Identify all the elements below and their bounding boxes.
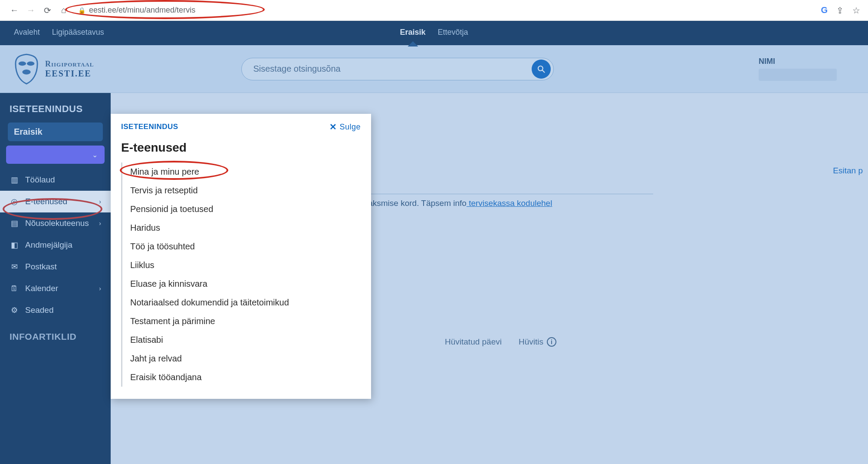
url-text: eesti.ee/et/minu/andmed/tervis <box>89 6 195 15</box>
link-esitan[interactable]: Esitan p <box>833 166 863 176</box>
sidebar-item-kalender[interactable]: 🗓 Kalender › <box>0 278 111 299</box>
user-label: NIMI <box>759 57 775 66</box>
flyout-item[interactable]: Pensionid ja toetused <box>122 200 361 219</box>
chevron-right-icon: › <box>99 198 101 205</box>
eservices-icon: ◎ <box>10 197 19 206</box>
flyout-item[interactable]: Eluase ja kinnisvara <box>122 275 361 293</box>
browser-toolbar: ← → ⟳ ⌂ 🔒 eesti.ee/et/minu/andmed/tervis… <box>0 0 868 21</box>
topnav-tab-eraisik[interactable]: Eraisik <box>400 28 425 39</box>
flyout-item[interactable]: Haridus <box>122 219 361 237</box>
coat-of-arms-icon <box>14 53 39 85</box>
col-hyvitatud: Hüvitatud päevi <box>445 337 502 347</box>
bookmark-icon[interactable]: ☆ <box>852 5 860 16</box>
sidebar-item-label: Kalender <box>25 284 58 293</box>
flyout-close[interactable]: ✕ Sulge <box>329 122 361 132</box>
search-icon <box>537 65 546 73</box>
flyout-item[interactable]: Mina ja minu pere <box>122 162 361 181</box>
sidebar-item-eteenused[interactable]: ◎ E-teenused › <box>0 191 111 212</box>
search-button[interactable] <box>532 60 551 79</box>
svg-line-4 <box>542 70 545 72</box>
dashboard-icon: ▥ <box>10 175 19 185</box>
topnav-tab-ettevotja[interactable]: Ettevõtja <box>438 28 468 39</box>
sidebar-heading: ISETEENINDUS <box>0 103 111 123</box>
close-icon: ✕ <box>329 122 337 132</box>
flyout-item[interactable]: Testament ja pärimine <box>122 312 361 331</box>
sidebar-item-label: Andmejälgija <box>25 240 72 250</box>
flyout-item[interactable]: Eraisik tööandjana <box>122 368 361 387</box>
tracker-icon: ◧ <box>10 240 19 250</box>
flyout-item-tervis[interactable]: Tervis ja retseptid <box>122 181 361 200</box>
search-box[interactable] <box>241 58 554 80</box>
reload-button[interactable]: ⟳ <box>41 4 54 17</box>
sidebar-item-label: Töölaud <box>25 175 55 185</box>
flyout-title: E-teenused <box>121 141 361 155</box>
mailbox-icon: ✉ <box>10 262 19 272</box>
calendar-icon: 🗓 <box>10 284 19 293</box>
svg-point-1 <box>27 61 34 66</box>
settings-icon: ⚙ <box>10 305 19 315</box>
flyout-item[interactable]: Töö ja töösuhted <box>122 237 361 256</box>
col-hyvitis: Hüvitis <box>519 337 543 347</box>
flyout-item[interactable]: Liiklus <box>122 256 361 275</box>
sidebar-item-nousolek[interactable]: ▤ Nõusolekuteenus › <box>0 212 111 234</box>
sidebar-item-label: E-teenused <box>25 197 67 206</box>
sidebar: ISETEENINDUS Eraisik ⌄ ▥ Töölaud ◎ E-tee… <box>0 93 111 464</box>
sidebar-item-label: Nõusolekuteenus <box>25 219 89 228</box>
home-button[interactable]: ⌂ <box>57 4 70 17</box>
address-bar[interactable]: 🔒 eesti.ee/et/minu/andmed/tervis <box>78 6 808 15</box>
flyout-item[interactable]: Notariaalsed dokumendid ja täitetoimikud <box>122 293 361 312</box>
sidebar-item-andmejalgija[interactable]: ◧ Andmejälgija <box>0 234 111 256</box>
google-icon[interactable]: G <box>821 5 828 15</box>
lock-icon: 🔒 <box>78 7 85 14</box>
site-logo[interactable]: Riigiportaal EESTI.EE <box>14 53 94 85</box>
forward-button[interactable]: → <box>24 4 37 17</box>
flyout-list: Mina ja minu pere Tervis ja retseptid Pe… <box>121 162 361 387</box>
sidebar-user-dropdown[interactable]: ⌄ <box>6 146 105 164</box>
chevron-right-icon: › <box>99 285 101 292</box>
topnav-home[interactable]: Avaleht <box>14 28 40 39</box>
sidebar-item-postkast[interactable]: ✉ Postkast <box>0 256 111 278</box>
info-link[interactable]: tervisekassa kodulehel <box>467 199 552 208</box>
topnav-accessibility[interactable]: Ligipääsetavus <box>52 28 104 39</box>
flyout-item[interactable]: Elatisabi <box>122 331 361 349</box>
info-icon[interactable]: i <box>547 337 556 347</box>
flyout-item[interactable]: Jaht ja relvad <box>122 349 361 368</box>
consent-icon: ▤ <box>10 219 19 228</box>
share-icon[interactable]: ⇪ <box>836 5 844 16</box>
eteenused-flyout: ISETEENINDUS ✕ Sulge E-teenused Mina ja … <box>111 114 371 399</box>
brand-line1: Riigiportaal <box>45 60 94 69</box>
top-nav: Avaleht Ligipääsetavus Eraisik Ettevõtja <box>0 21 868 45</box>
sidebar-item-seaded[interactable]: ⚙ Seaded <box>0 299 111 321</box>
sidebar-item-toolaud[interactable]: ▥ Töölaud <box>0 169 111 191</box>
svg-point-2 <box>22 69 30 74</box>
chevron-down-icon: ⌄ <box>92 151 98 159</box>
sidebar-role-tab[interactable]: Eraisik <box>8 123 103 141</box>
brand-line2: EESTI.EE <box>45 69 94 79</box>
sidebar-subheading: INFOARTIKLID <box>0 321 111 342</box>
site-header: Riigiportaal EESTI.EE NIMI <box>0 45 868 93</box>
search-input[interactable] <box>253 64 532 74</box>
sidebar-item-label: Postkast <box>25 262 57 272</box>
flyout-close-label: Sulge <box>339 123 361 132</box>
chevron-right-icon: › <box>99 220 101 227</box>
flyout-heading: ISETEENINDUS <box>121 123 178 131</box>
svg-point-0 <box>19 61 26 66</box>
back-button[interactable]: ← <box>8 4 21 17</box>
user-name-masked <box>759 69 837 81</box>
user-block[interactable]: NIMI <box>759 57 837 81</box>
sidebar-item-label: Seaded <box>25 305 54 315</box>
